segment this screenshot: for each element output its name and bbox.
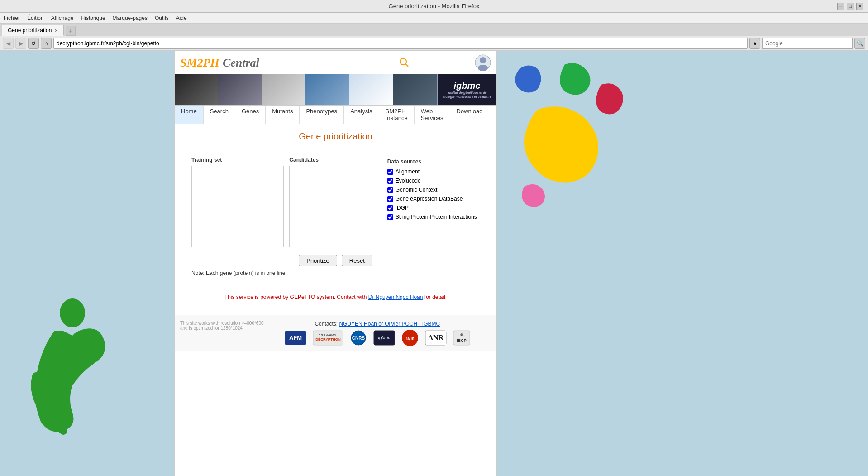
address-bar[interactable] xyxy=(53,38,748,49)
datasource-idgp: IDGP xyxy=(387,205,480,211)
footer-note: This site works with resolution >=800*60… xyxy=(180,321,264,331)
green-figure-decoration xyxy=(27,295,118,440)
forward-button[interactable]: ▶ xyxy=(15,38,26,49)
label-idgp: IDGP xyxy=(396,205,409,211)
page-title: Gene prioritization xyxy=(175,124,496,149)
label-evolucode: Evolucode xyxy=(396,178,421,184)
window-controls: ─ □ ✕ xyxy=(837,3,863,10)
form-buttons: Prioritize Reset xyxy=(191,255,480,266)
checkbox-genomic-context[interactable] xyxy=(387,187,393,193)
footer-contacts-link[interactable]: NGUYEN Hoan or Olivier POCH - IGBMC xyxy=(339,321,440,327)
afm-logo: AFM xyxy=(284,330,307,346)
nav-mutants[interactable]: Mutants xyxy=(266,106,300,124)
site-banner: igbmc Institut de génétique et debiologi… xyxy=(175,74,496,105)
tab-label: Gene prioritization xyxy=(8,27,52,34)
bookmark-star-icon[interactable]: ★ xyxy=(749,38,760,49)
nav-web-services[interactable]: Web Services xyxy=(415,106,450,124)
nav-help[interactable]: Help xyxy=(489,106,497,124)
prioritize-button[interactable]: Prioritize xyxy=(299,255,337,266)
svg-text:DÉCRYPTHON: DÉCRYPTHON xyxy=(315,337,341,341)
browser-title-bar: Gene prioritization - Mozilla Firefox ─ … xyxy=(0,0,868,13)
training-set-textarea[interactable] xyxy=(191,166,284,247)
home-button[interactable]: ⌂ xyxy=(41,38,52,49)
decrypthon-logo: PROGRAMME DÉCRYPTHON xyxy=(312,330,344,346)
browser-search-button[interactable]: 🔍 xyxy=(854,38,865,49)
right-decoration xyxy=(497,51,868,476)
minimize-button[interactable]: ─ xyxy=(837,3,844,10)
user-avatar xyxy=(475,54,491,71)
rajin-logo: rajin xyxy=(401,330,419,346)
browser-search-input[interactable] xyxy=(762,38,853,49)
menu-outils[interactable]: Outils xyxy=(155,15,169,21)
checkbox-evolucode[interactable] xyxy=(387,178,393,184)
datasources-label: Data sources xyxy=(387,159,480,165)
igbmc-footer-logo: igbmc xyxy=(373,330,396,346)
form-grid: Training set Candidates Data sources Ali xyxy=(191,157,480,249)
new-tab-button[interactable]: + xyxy=(66,26,76,36)
site-header: SM2PH Central xyxy=(175,51,496,74)
maximize-button[interactable]: □ xyxy=(847,3,854,10)
datasource-evolucode: Evolucode xyxy=(387,178,480,184)
nav-sm2ph-instance[interactable]: SM2PH Instance xyxy=(379,106,415,124)
cnrs-logo: CNRS xyxy=(349,330,367,346)
svg-line-2 xyxy=(405,64,408,67)
checkbox-alignment[interactable] xyxy=(387,169,393,175)
colorful-shapes xyxy=(506,60,687,242)
svg-point-1 xyxy=(400,58,406,65)
back-button[interactable]: ◀ xyxy=(3,38,14,49)
prioritization-form: Training set Candidates Data sources Ali xyxy=(184,149,487,284)
svg-text:rajin: rajin xyxy=(405,336,414,341)
label-gene-expression: Gene eXpression DataBase xyxy=(396,196,463,202)
svg-text:ANR: ANR xyxy=(428,334,444,341)
site-search-input[interactable] xyxy=(324,57,396,68)
ibcp-logo: 🏛 IBCP xyxy=(453,330,471,346)
menu-affichage[interactable]: Affichage xyxy=(51,15,74,21)
svg-text:IBCP: IBCP xyxy=(457,338,467,343)
menu-edition[interactable]: Édition xyxy=(27,15,44,21)
datasources-col: Data sources Alignment Evolucode Genomic… xyxy=(387,157,480,249)
label-genomic-context: Genomic Context xyxy=(396,187,438,193)
svg-text:CNRS: CNRS xyxy=(352,336,365,341)
powered-link[interactable]: Dr Nguyen Ngoc Hoan xyxy=(368,294,423,300)
menu-marque-pages[interactable]: Marque-pages xyxy=(113,15,148,21)
nav-phenotypes[interactable]: Phenotypes xyxy=(300,106,344,124)
svg-rect-19 xyxy=(453,331,470,345)
menu-aide[interactable]: Aide xyxy=(176,15,187,21)
footer-logos: AFM PROGRAMME DÉCRYPTHON xyxy=(264,330,491,346)
nav-search[interactable]: Search xyxy=(204,106,235,124)
candidates-textarea[interactable] xyxy=(289,166,382,247)
nav-download[interactable]: Download xyxy=(450,106,490,124)
nav-analysis[interactable]: Analysis xyxy=(344,106,379,124)
site-search-button[interactable] xyxy=(398,56,410,69)
label-string: String Protein-Protein Interactions xyxy=(396,214,477,220)
checkbox-gene-expression[interactable] xyxy=(387,196,393,202)
form-area: Training set Candidates Data sources Ali xyxy=(175,149,496,315)
powered-suffix: for detail. xyxy=(424,294,447,300)
svg-point-4 xyxy=(480,57,486,63)
tab-bar: Gene prioritization ✕ + xyxy=(0,24,868,36)
form-note: Note: Each gene (protein) is in one line… xyxy=(191,270,480,276)
powered-text: This service is powered by GEPeTTO syste… xyxy=(184,291,487,306)
site-logo: SM2PH Central xyxy=(180,56,259,70)
search-icon xyxy=(399,58,409,67)
nav-home[interactable]: Home xyxy=(175,106,204,124)
svg-text:igbmc: igbmc xyxy=(378,335,390,340)
training-set-label: Training set xyxy=(191,157,284,163)
tab-close-icon[interactable]: ✕ xyxy=(54,28,58,33)
checkbox-string[interactable] xyxy=(387,214,393,220)
menu-fichier[interactable]: Fichier xyxy=(4,15,20,21)
candidates-label: Candidates xyxy=(289,157,382,163)
menu-historique[interactable]: Historique xyxy=(81,15,105,21)
nav-genes[interactable]: Genes xyxy=(235,106,266,124)
browser-menu-bar: Fichier Édition Affichage Historique Mar… xyxy=(0,13,868,24)
active-tab[interactable]: Gene prioritization ✕ xyxy=(2,25,64,36)
svg-text:AFM: AFM xyxy=(289,334,302,341)
igbmc-logo: igbmc Institut de génétique et debiologi… xyxy=(438,74,496,105)
reset-button[interactable]: Reset xyxy=(342,255,372,266)
checkbox-idgp[interactable] xyxy=(387,205,393,211)
close-button[interactable]: ✕ xyxy=(856,3,863,10)
reload-button[interactable]: ↺ xyxy=(28,38,39,49)
label-alignment: Alignment xyxy=(396,168,420,175)
browser-nav-bar: ◀ ▶ ↺ ⌂ ★ 🔍 xyxy=(0,36,868,51)
training-set-col: Training set xyxy=(191,157,284,249)
